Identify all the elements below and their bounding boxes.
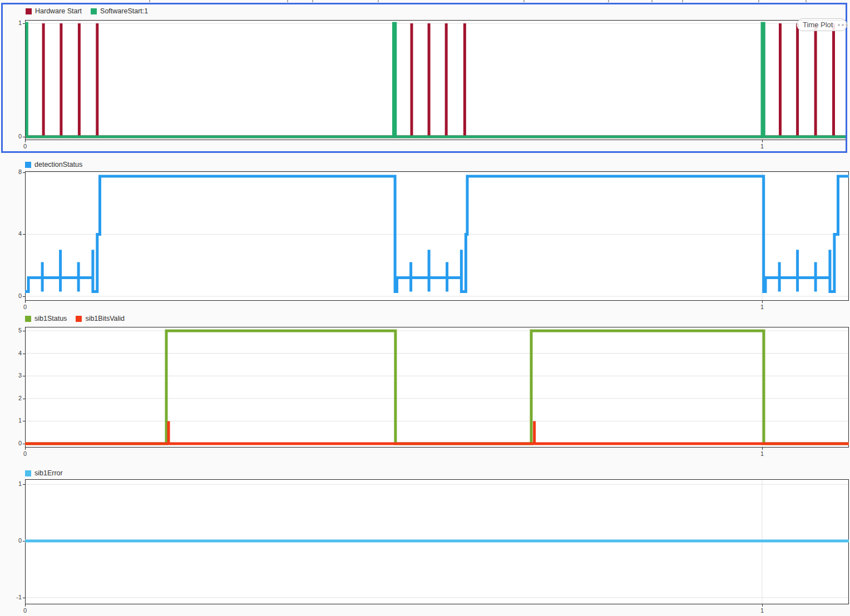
- y-tick-label: 0: [4, 133, 22, 140]
- dot-icon: [842, 24, 844, 26]
- time-plot-workspace: Hardware StartSoftwareStart:11001detecti…: [0, 0, 850, 616]
- x-tick-mark: [762, 448, 763, 450]
- plot-area-sib1-error[interactable]: [25, 479, 849, 604]
- dot-icon: [846, 24, 848, 26]
- y-tick-mark: [23, 376, 25, 376]
- plot-area-hardware-software-start[interactable]: [25, 20, 847, 140]
- legend-hardware-software-start: Hardware StartSoftwareStart:1: [26, 7, 157, 16]
- time-plot-badge[interactable]: Time Plot: [797, 18, 847, 31]
- legend-swatch-icon: [91, 8, 97, 14]
- y-tick-mark: [23, 172, 25, 173]
- x-tick-label: 1: [755, 143, 769, 150]
- legend-item[interactable]: Hardware Start: [26, 7, 82, 16]
- ruler-tick: [805, 0, 807, 2]
- legend-item[interactable]: sib1Error: [25, 469, 63, 478]
- plot-area-detection-status[interactable]: [25, 171, 849, 301]
- y-tick-label: 0: [4, 292, 22, 299]
- x-tick-mark: [25, 448, 26, 450]
- y-tick-label: 1: [4, 19, 22, 26]
- legend-swatch-icon: [25, 162, 31, 168]
- legend-item[interactable]: sib1BitsValid: [76, 315, 125, 323]
- dot-icon: [838, 24, 840, 26]
- legend-label: sib1Error: [34, 469, 63, 478]
- y-tick-mark: [23, 598, 25, 598]
- y-tick-label: 3: [4, 372, 22, 379]
- legend-item[interactable]: SoftwareStart:1: [91, 7, 148, 16]
- plot-background: [25, 327, 849, 448]
- legend-detection-status: detectionStatus: [25, 161, 91, 169]
- y-tick-mark: [23, 541, 25, 542]
- x-tick-mark: [762, 604, 763, 607]
- y-tick-mark: [23, 234, 25, 235]
- y-tick-label: 5: [4, 327, 22, 334]
- ruler-tick: [149, 0, 150, 2]
- y-tick-label: 0: [4, 537, 22, 544]
- ruler-tick: [682, 0, 683, 2]
- plot-area-sib1-status-bitsvalid[interactable]: [25, 327, 849, 448]
- legend-label: sib1BitsValid: [85, 315, 125, 323]
- y-tick-mark: [23, 421, 25, 421]
- time-plot-badge-label: Time Plot: [803, 21, 833, 29]
- ruler-tick: [758, 0, 759, 2]
- x-tick-mark: [762, 301, 763, 303]
- ruler-tick: [608, 0, 609, 2]
- x-tick-label: 0: [18, 143, 32, 150]
- badge-menu-dots-icon[interactable]: [836, 24, 848, 26]
- legend-sib1-error: sib1Error: [25, 469, 72, 478]
- legend-label: detectionStatus: [34, 161, 82, 169]
- ruler-tick: [312, 0, 313, 2]
- y-tick-label: 8: [4, 168, 22, 175]
- x-tick-label: 0: [18, 450, 32, 457]
- y-tick-label: 2: [4, 395, 22, 401]
- legend-label: sib1Status: [34, 315, 67, 323]
- y-tick-label: 4: [4, 350, 22, 356]
- y-tick-label: 1: [4, 480, 22, 487]
- y-tick-mark: [23, 484, 25, 485]
- y-tick-mark: [23, 354, 25, 354]
- legend-item[interactable]: sib1Status: [25, 315, 67, 323]
- ruler-tick: [378, 0, 379, 2]
- y-tick-mark: [23, 444, 25, 444]
- legend-swatch-icon: [76, 316, 82, 322]
- x-tick-mark: [25, 604, 26, 607]
- legend-swatch-icon: [26, 8, 32, 14]
- y-tick-label: -1: [4, 594, 22, 600]
- legend-item[interactable]: detectionStatus: [25, 161, 82, 169]
- x-tick-label: 0: [18, 607, 32, 614]
- y-tick-mark: [23, 23, 25, 24]
- y-tick-mark: [23, 331, 25, 331]
- plot-background: [25, 171, 849, 301]
- x-tick-mark: [25, 140, 26, 142]
- x-tick-label: 1: [755, 304, 769, 310]
- y-tick-label: 4: [4, 230, 22, 237]
- y-tick-mark: [23, 399, 25, 399]
- ruler-tick: [523, 0, 525, 2]
- ruler-tick: [287, 0, 288, 2]
- x-tick-label: 0: [18, 304, 32, 310]
- x-tick-label: 1: [755, 607, 769, 614]
- legend-label: Hardware Start: [35, 7, 82, 16]
- x-tick-mark: [762, 140, 763, 142]
- plot-background: [25, 20, 847, 140]
- y-tick-label: 1: [4, 417, 22, 424]
- legend-swatch-icon: [25, 470, 31, 476]
- ruler-tick: [651, 0, 653, 2]
- legend-sib1-status-bitsvalid: sib1Statussib1BitsValid: [25, 315, 134, 323]
- x-tick-label: 1: [755, 450, 769, 457]
- legend-label: SoftwareStart:1: [100, 7, 148, 16]
- y-tick-mark: [23, 296, 25, 297]
- x-tick-mark: [25, 301, 26, 303]
- legend-swatch-icon: [25, 316, 31, 322]
- y-tick-mark: [23, 137, 25, 137]
- y-tick-label: 0: [4, 440, 22, 446]
